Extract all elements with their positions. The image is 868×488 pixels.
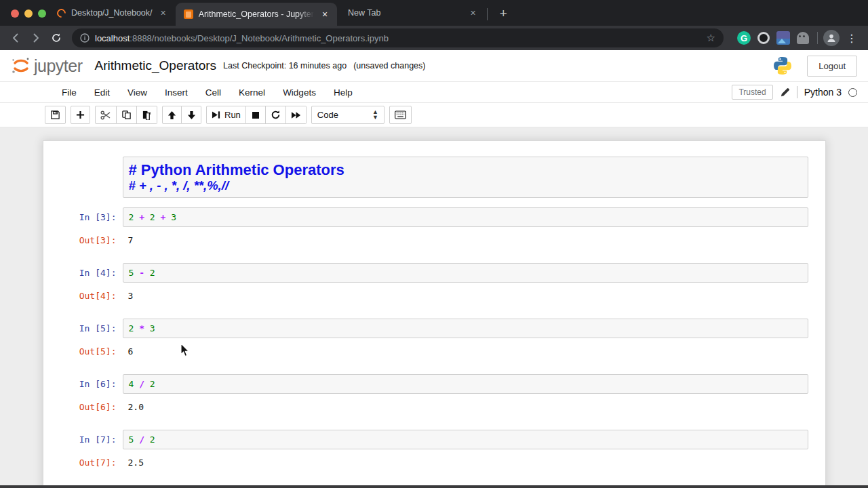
site-info-icon[interactable] [80,33,90,43]
logout-button[interactable]: Logout [807,56,857,77]
save-button[interactable] [45,106,66,124]
kernel-name: Python 3 [804,87,842,98]
title-cell: # Python Arithmetic Operators # + , - , … [43,157,825,198]
output-value: 7 [123,235,134,245]
tab-new-tab[interactable]: New Tab × [337,1,486,24]
edit-mode-pencil-icon [780,87,790,98]
run-cell-button[interactable]: Run [206,106,246,124]
menu-view[interactable]: View [119,83,156,102]
menubar-right: Trusted Python 3 [732,85,857,100]
fullscreen-window-button[interactable] [38,9,46,18]
add-cell-button[interactable] [71,106,90,124]
restart-kernel-button[interactable] [266,106,286,124]
window-controls[interactable] [11,9,46,18]
move-cell-down-button[interactable] [182,106,201,124]
input-prompt: In [3]: [43,207,123,227]
code-input-area[interactable]: 2 * 3 [123,319,808,338]
scissors-icon [100,110,111,120]
back-button[interactable] [7,29,24,47]
cell-type-select[interactable]: Code ▲▼ [311,106,384,124]
menu-file[interactable]: File [53,83,85,102]
code-input-area[interactable]: 5 / 2 [123,430,808,449]
cell-input-row: In [5]: 2 * 3 [43,319,825,338]
select-caret-icon: ▲▼ [372,110,378,119]
forward-button[interactable] [27,29,45,47]
close-tab-icon[interactable]: × [158,7,169,19]
output-value: 2.0 [123,402,144,412]
close-tab-icon[interactable]: × [468,7,479,19]
new-tab-button[interactable]: + [496,6,511,21]
circle-extension-icon[interactable] [757,32,770,44]
title-cell-input[interactable]: # Python Arithmetic Operators # + , - , … [123,157,808,198]
menu-insert[interactable]: Insert [156,83,197,102]
plain-token [144,379,150,389]
number-token: 2 [150,379,155,389]
plain-token [144,323,150,333]
close-tab-icon[interactable]: × [319,8,330,20]
plain-token [134,434,139,445]
notebook-favicon [184,9,193,19]
menu-kernel[interactable]: Kernel [230,83,274,102]
plain-token [134,379,139,389]
tab-title: Arithmetic_Operators - Jupyter [199,9,314,19]
input-prompt: In [7]: [43,430,123,449]
tab-folder[interactable]: Desktop/J_Notebook/ × [49,1,176,24]
code-text: 2 + 2 + 3 [129,212,176,222]
cell-output-row: Out[5]: 6 [43,346,825,357]
copy-cell-button[interactable] [117,106,137,124]
code-cell: In [5]: 2 * 3 Out[5]: 6 [43,319,825,357]
menu-help[interactable]: Help [325,83,361,102]
paste-cell-button[interactable] [137,106,157,124]
image-extension-icon[interactable] [776,31,790,45]
bookmark-star-icon[interactable]: ☆ [707,32,715,44]
command-palette-button[interactable] [389,106,412,124]
save-icon [50,110,60,120]
number-token: 3 [171,212,176,222]
tab-title: Desktop/J_Notebook/ [71,8,153,18]
notebook-title[interactable]: Arithmetic_Operators [95,58,217,73]
output-value: 6 [123,346,134,357]
restart-run-all-button[interactable] [286,106,307,124]
plain-token [134,212,139,222]
cut-cell-button[interactable] [95,106,117,124]
run-label: Run [224,110,241,120]
forward-arrow-icon [31,33,41,43]
browser-menu-icon[interactable]: ⋮ [842,32,861,45]
code-input-area[interactable]: 4 / 2 [123,374,808,394]
minimize-window-button[interactable] [24,9,33,18]
tab-notebook-active[interactable]: Arithmetic_Operators - Jupyter × [176,3,337,26]
kernel-idle-indicator [848,88,857,97]
reload-button[interactable] [47,29,65,47]
copy-icon [121,110,132,120]
arrow-up-icon [167,110,176,120]
output-value: 2.5 [123,458,144,468]
code-cell: In [6]: 4 / 2 Out[6]: 2.0 [43,374,825,412]
close-window-button[interactable] [11,9,19,18]
address-bar[interactable]: localhost:8888/notebooks/Desktop/J_Noteb… [72,28,724,47]
url-text[interactable]: localhost:8888/notebooks/Desktop/J_Noteb… [95,33,389,43]
title-comment-line1: # Python Arithmetic Operators [129,161,802,178]
code-input-area[interactable]: 5 - 2 [123,263,808,283]
jupyter-logo[interactable]: jupyter [9,54,83,77]
cell-output-row: Out[4]: 3 [43,291,825,301]
code-text: 5 - 2 [129,268,155,278]
jupyter-header: jupyter Arithmetic_Operators Last Checkp… [0,50,868,81]
cell-input-row: In [6]: 4 / 2 [43,374,825,394]
grammarly-extension-icon[interactable]: G [737,31,751,45]
menu-widgets[interactable]: Widgets [274,83,325,102]
url-host: localhost [95,33,130,43]
menu-edit[interactable]: Edit [85,83,119,102]
ghost-extension-icon[interactable] [797,32,809,44]
interrupt-kernel-button[interactable] [246,106,266,124]
cell-output-row: Out[3]: 7 [43,235,825,245]
cell-input-row: In [4]: 5 - 2 [43,263,825,283]
profile-avatar[interactable] [823,30,840,46]
notebook-card: # Python Arithmetic Operators # + , - , … [43,140,826,488]
menu-cell[interactable]: Cell [197,83,230,102]
move-cell-up-button[interactable] [162,106,182,124]
code-input-area[interactable]: 2 + 2 + 3 [123,207,808,227]
checkpoint-status: Last Checkpoint: 16 minutes ago [223,61,347,70]
extension-icons: G [737,31,809,45]
trusted-badge[interactable]: Trusted [732,85,772,100]
jupyter-logo-icon [9,54,33,77]
